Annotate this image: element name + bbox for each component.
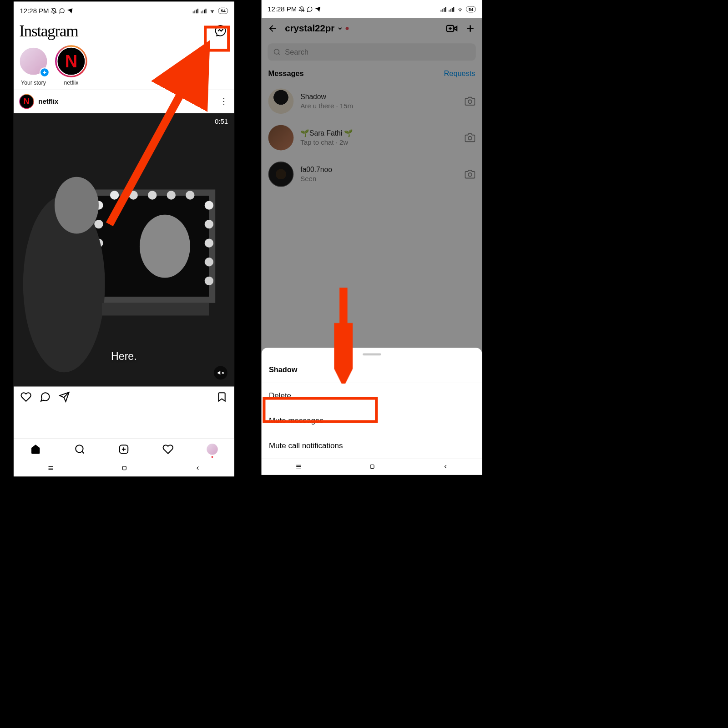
add-post-icon[interactable] [118,444,129,455]
status-bar: 12:28 PM 54 [262,0,482,18]
post-actions [14,386,234,404]
annotation-highlight-messenger [204,25,230,51]
bookmark-icon[interactable] [216,391,227,402]
svg-point-1 [212,12,212,13]
instagram-logo: Instagram [19,22,78,40]
home-nav-icon[interactable] [369,464,375,470]
status-bar: 12:28 PM 54 [14,1,234,19]
status-time: 12:28 PM [268,5,297,14]
annotation-arrow-1 [100,39,217,231]
battery-badge: 54 [218,8,228,14]
recent-apps-icon[interactable] [295,463,302,470]
signal-icon-2 [449,7,454,11]
android-nav-bar [14,460,234,476]
netflix-avatar: N [56,47,86,76]
whatsapp-icon [307,6,313,13]
telegram-icon [67,8,73,14]
svg-point-12 [205,258,213,266]
signal-icon-2 [201,9,207,13]
svg-point-27 [76,445,83,452]
bell-mute-icon [298,6,305,13]
home-icon[interactable] [30,444,41,455]
svg-line-37 [110,54,202,224]
mute-button[interactable] [214,366,228,379]
svg-point-39 [460,10,460,11]
search-nav-icon[interactable] [74,444,85,455]
telegram-icon [315,6,321,13]
svg-rect-22 [102,303,209,316]
svg-line-28 [82,451,84,453]
story-netflix[interactable]: N netflix [56,45,86,86]
sheet-item-mute-calls[interactable]: Mute call notifications [262,433,482,458]
status-time: 12:28 PM [20,7,49,15]
svg-point-21 [55,177,99,234]
sheet-title: Shadow [262,361,482,383]
speaker-mute-icon [217,369,224,376]
android-nav-bar [262,458,482,475]
whatsapp-icon [59,8,65,14]
annotation-arrow-2 [334,285,353,384]
add-story-icon: + [40,67,50,77]
annotation-highlight-mute [263,397,378,423]
share-icon[interactable] [59,391,70,402]
post-author-name[interactable]: netflix [38,97,58,106]
svg-rect-35 [122,466,126,470]
recent-apps-icon[interactable] [47,465,54,471]
phone-feed: 12:28 PM 54 Instagram + Your story [14,1,234,476]
svg-point-11 [205,239,213,248]
profile-nav-avatar[interactable] [207,444,217,455]
bottom-nav [14,438,234,460]
svg-point-13 [205,277,213,285]
post-more-button[interactable]: ⋯ [219,97,229,106]
wifi-icon [457,6,464,12]
sheet-handle[interactable] [363,354,381,356]
bell-mute-icon [51,8,57,14]
back-nav-icon[interactable] [442,464,449,470]
svg-rect-55 [370,465,374,468]
story-label: netflix [64,80,78,86]
like-icon[interactable] [20,391,31,402]
story-your-story[interactable]: + Your story [18,45,49,86]
battery-badge: 54 [466,6,475,13]
activity-icon[interactable] [162,444,173,455]
comment-icon[interactable] [40,391,51,402]
signal-icon [441,7,446,11]
video-caption: Here. [111,350,137,363]
home-nav-icon[interactable] [121,465,127,471]
story-label: Your story [21,80,46,86]
post-author-avatar[interactable]: N [19,94,34,109]
wifi-icon [209,8,216,14]
back-nav-icon[interactable] [194,465,201,471]
phone-dm: 12:28 PM 54 crystal22pr Search [262,0,482,475]
signal-icon [193,9,198,13]
